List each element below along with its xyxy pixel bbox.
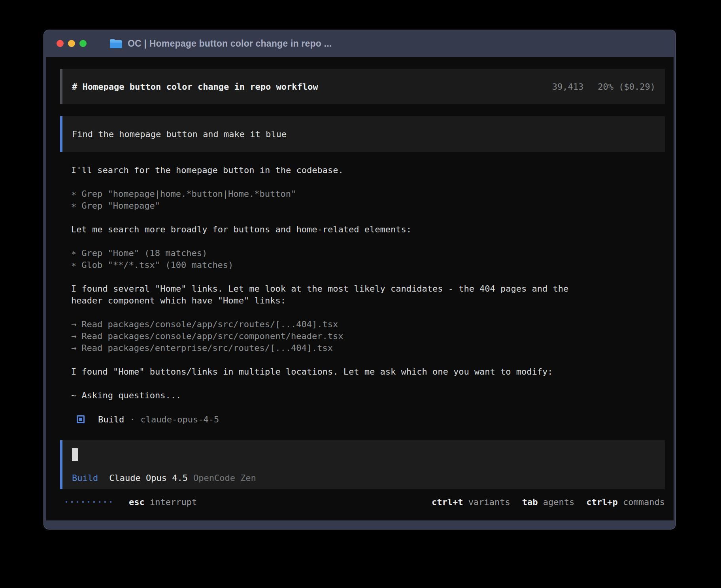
tool-call-glob: *Glob "**/*.tsx" (100 matches) [71, 259, 665, 271]
assistant-text: I'll search for the homepage button in t… [71, 164, 78, 176]
asterisk-icon: * [71, 189, 76, 201]
minimize-button[interactable] [68, 40, 75, 47]
editor-model-label[interactable]: Claude Opus 4.5 [109, 473, 188, 483]
titlebar-title-cluster: OC | Homepage button color change in rep… [109, 30, 332, 57]
assistant-text: I found "Home" buttons/links in multiple… [71, 366, 78, 378]
tool-call-read: →Read packages/console/app/src/component… [71, 330, 665, 342]
asterisk-icon: * [71, 260, 76, 272]
text-cursor [72, 448, 78, 461]
zoom-button[interactable] [79, 40, 87, 47]
terminal-window: OC | Homepage button color change in rep… [43, 30, 676, 530]
session-stats: 39,413 20% ($0.29) [552, 82, 655, 92]
assistant-text: header component which have "Home" links… [71, 295, 78, 307]
assistant-transcript: I'll search for the homepage button in t… [71, 164, 665, 425]
window-titlebar: OC | Homepage button color change in rep… [44, 30, 676, 57]
arrow-right-icon: → [71, 318, 76, 330]
terminal-content: # Homepage button color change in repo w… [46, 57, 674, 520]
user-message-text: Find the homepage button and make it blu… [72, 129, 287, 139]
window-controls [57, 40, 87, 47]
agent-model: claude-opus-4-5 [140, 415, 219, 424]
status-right: ctrl+t variants tab agents ctrl+p comman… [432, 497, 665, 507]
context-cost: 20% ($0.29) [598, 82, 655, 92]
prompt-input[interactable]: Build Claude Opus 4.5 OpenCode Zen [60, 440, 665, 489]
tool-call-text: Grep "homepage|home.*button|Home.*button… [81, 189, 296, 199]
arrow-right-icon: → [71, 330, 76, 342]
editor-provider-label: OpenCode Zen [193, 473, 256, 483]
editor-meta: Build Claude Opus 4.5 OpenCode Zen [72, 473, 655, 483]
tool-call-read: →Read packages/console/app/src/routes/[.… [71, 318, 665, 330]
status-text-asking: ~ Asking questions... [71, 390, 78, 401]
asterisk-icon: * [71, 249, 76, 260]
editor-agent-label[interactable]: Build [72, 473, 98, 483]
tool-call-grep: *Grep "Home" (18 matches) [71, 247, 665, 259]
window-title: OC | Homepage button color change in rep… [128, 38, 332, 49]
agent-attribution: Build · claude-opus-4-5 [77, 413, 665, 425]
user-message: Find the homepage button and make it blu… [60, 116, 665, 152]
hint-commands: ctrl+p commands [586, 497, 665, 507]
session-title: # Homepage button color change in repo w… [72, 82, 318, 92]
tool-call-text: Read packages/console/app/src/routes/[..… [81, 319, 338, 329]
folder-icon [109, 38, 123, 49]
hint-variants: ctrl+t variants [432, 497, 510, 507]
agent-name: Build [98, 415, 124, 424]
tool-call-text: Grep "Homepage" [81, 201, 160, 211]
status-bar: esc interrupt ctrl+t variants tab agents… [60, 495, 665, 509]
arrow-right-icon: → [71, 342, 76, 354]
asterisk-icon: * [71, 201, 76, 213]
tool-call-text: Grep "Home" (18 matches) [81, 248, 207, 258]
assistant-text: I found several "Home" links. Let me loo… [71, 283, 78, 295]
tool-call-grep: *Grep "Homepage" [71, 200, 665, 212]
tool-call-text: Glob "**/*.tsx" (100 matches) [81, 260, 233, 270]
token-count: 39,413 [552, 82, 583, 92]
tool-call-read: →Read packages/enterprise/src/routes/[..… [71, 342, 665, 354]
agent-build-icon [77, 415, 85, 423]
assistant-text: Let me search more broadly for buttons a… [71, 224, 78, 236]
close-button[interactable] [57, 40, 64, 47]
hint-agents: tab agents [522, 497, 574, 507]
tool-call-text: Read packages/console/app/src/component/… [81, 331, 343, 341]
tool-call-text: Read packages/enterprise/src/routes/[...… [81, 343, 333, 353]
agent-separator-dot: · [130, 415, 135, 424]
session-header: # Homepage button color change in repo w… [60, 69, 665, 104]
spinner-dots-icon [66, 501, 111, 503]
tool-call-grep: *Grep "homepage|home.*button|Home.*butto… [71, 188, 665, 200]
hint-interrupt: esc interrupt [129, 497, 197, 507]
status-left: esc interrupt [66, 497, 197, 507]
